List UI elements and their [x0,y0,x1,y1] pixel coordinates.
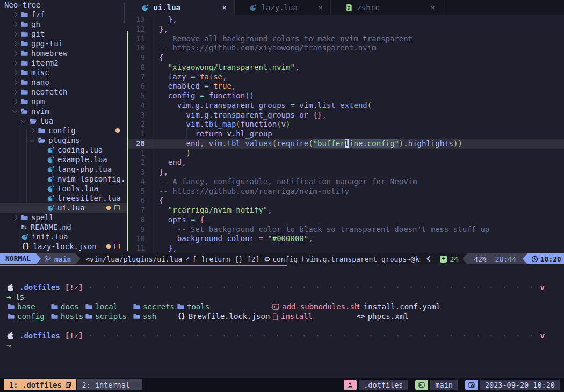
tree-item-coding.lua[interactable]: coding.lua [0,145,127,155]
tree-indent-guide [18,119,18,248]
code-line[interactable]: 9{ [127,53,564,63]
code-text: }, [153,25,168,34]
code-line[interactable]: 7 lazy = false, [127,72,564,82]
code-line[interactable]: 6{ [127,196,564,206]
code-line[interactable]: 3}, [127,168,564,177]
code-line[interactable]: 8 opts = { [127,215,564,225]
tree-item-nano[interactable]: nano [0,77,127,87]
ls-entry-label: add-submodules.sh [282,302,359,311]
tmux-window-2[interactable]: 2: internal – [77,379,143,390]
tree-item-treesitter.lua[interactable]: treesitter.lua [0,193,127,203]
code-text: { [153,196,163,206]
code-line[interactable]: 4 vim.g.transparent_groups = vim.list_ex… [127,101,564,111]
code-line[interactable]: 13 }, [127,15,564,25]
editor-scrollbar[interactable] [127,31,128,251]
code-line[interactable]: 2 end, [127,158,564,168]
code-line[interactable]: 11-- Remove all background colors to mak… [127,34,564,44]
code-line[interactable]: 2 vim.tbl_map(function(v) [127,120,564,129]
lua-icon [47,166,54,173]
ls-entry-config: config [8,311,45,321]
ls-entry-label: install [281,311,313,321]
nvim-window: Neo-tree fzfghgitgpg-tuihomebrewiterm2mi… [0,0,564,253]
tab-zshrc[interactable]: zshrc× [331,0,443,15]
code-line[interactable]: 7 "rcarriga/nvim-notify", [127,206,564,215]
tree-item-plugins[interactable]: plugins [0,135,127,145]
code-line[interactable]: 12}, [127,25,564,34]
tree-item-label: gpg-tui [31,39,63,48]
code-line[interactable]: 28 end, vim.tbl_values(require("bufferli… [127,139,564,149]
ls-entry-label: tools [187,302,209,311]
powerline-separator [523,253,527,264]
tree-item-homebrew[interactable]: homebrew [0,48,127,58]
code-line[interactable]: 9 -- Set background color to black so tr… [127,225,564,235]
line-number: 11 [127,244,153,253]
tab-ui.lua[interactable]: ui.lua× [127,0,235,15]
ls-entry-label: base [17,302,35,311]
tmux-window-1[interactable]: 1: .dotfiles [4,379,76,390]
tree-item-spell[interactable]: spell [0,213,127,222]
code-line[interactable]: 10 background_colour = "#000000", [127,234,564,244]
branch-name: main [54,255,71,263]
tree-item-ui.lua[interactable]: ui.lua [0,203,127,213]
code-line[interactable]: 10-- https://github.com/xiyaowong/transp… [127,43,564,53]
tree-item-lazy-lock.json[interactable]: {}lazy-lock.json [0,242,127,251]
code-line[interactable]: 5 config = function() [127,91,564,101]
code-line[interactable]: 1 ▏ return v.hl_group [127,129,564,139]
code-line[interactable]: 1 ) [127,149,564,158]
neotree-scrollbar[interactable] [124,3,125,23]
excl-icon: ! [357,302,361,311]
tree-item-gh[interactable]: gh [0,19,127,29]
close-icon[interactable]: × [222,3,227,12]
cursor-position: 28:44 [495,255,516,263]
chevron-right-icon [12,50,18,56]
code-line[interactable]: 8 "xiyaowong/transparent.nvim", [127,63,564,72]
tree-item-tools.lua[interactable]: tools.lua [0,184,127,193]
tree-item-README.md[interactable]: M↓README.md [0,222,127,232]
tree-item-git[interactable]: git [0,29,127,39]
braces-y-icon: {} [21,242,30,251]
tree-item-lua[interactable]: lua [0,116,127,126]
tree-item-fzf[interactable]: fzf [0,10,127,19]
code-line[interactable]: 6 enabled = true, [127,82,564,91]
tree-item-lang-php.lua[interactable]: lang-php.lua [0,164,127,174]
code-text: enabled = true, [153,82,236,91]
tree-item-nvim-lspconfig.[interactable]: nvim-lspconfig. [0,174,127,184]
code-line[interactable]: 5-- https://github.com/rcarriga/nvim-not… [127,187,564,197]
ls-entry-label: ssh [143,311,156,321]
code-text: -- A fancy, configurable, notification m… [153,177,417,187]
editor-column: ui.lua× lazy.lua× zshrc× 13 },12},11-- R… [127,0,564,253]
close-icon[interactable]: × [431,3,435,12]
tmux-window-label: 1: .dotfiles [9,381,62,389]
code-line[interactable]: 11 }, [127,244,564,253]
folder-icon [21,60,28,67]
clock-icon [531,256,538,263]
bufferline: ui.lua× lazy.lua× zshrc× [127,0,564,15]
chevron-right-icon [12,99,18,104]
code-area[interactable]: 13 },12},11-- Remove all background colo… [127,15,564,253]
tree-item-gpg-tui[interactable]: gpg-tui [0,39,127,48]
tree-item-npm[interactable]: npm [0,97,127,106]
prompt-directory: .dotfiles [19,282,60,292]
tree-item-example.lua[interactable]: example.lua [0,155,127,164]
code-line[interactable]: 3 vim.g.transparent_groups or {}, [127,111,564,120]
tab-lazy.lua[interactable]: lazy.lua× [235,0,331,15]
folder-icon [8,313,15,320]
tree-item-neofetch[interactable]: neofetch [0,87,127,97]
tree-item-label: ui.lua [57,203,85,213]
lua-icon [47,205,54,212]
tree-item-iterm2[interactable]: iterm2 [0,58,127,68]
code-line[interactable]: 4-- A fancy, configurable, notification … [127,177,564,187]
tree-item-config[interactable]: config [0,126,127,135]
close-icon[interactable]: × [319,3,323,12]
line-number: 7 [127,206,153,215]
tree-item-misc[interactable]: misc [0,68,127,77]
breadcrumb-function: config [272,255,298,263]
command-line[interactable]: → ls [0,292,564,302]
tree-item-label: coding.lua [57,145,103,155]
tree-item-init.lua[interactable]: init.lua [0,232,127,242]
line-number: 6 [127,82,153,91]
tree-item-nvim[interactable]: nvim [0,106,127,116]
tree-item-label: homebrew [31,48,67,58]
tmux-datetime: 2023-09-20 10:20 [480,380,560,390]
command-line-empty[interactable]: → [0,340,564,350]
